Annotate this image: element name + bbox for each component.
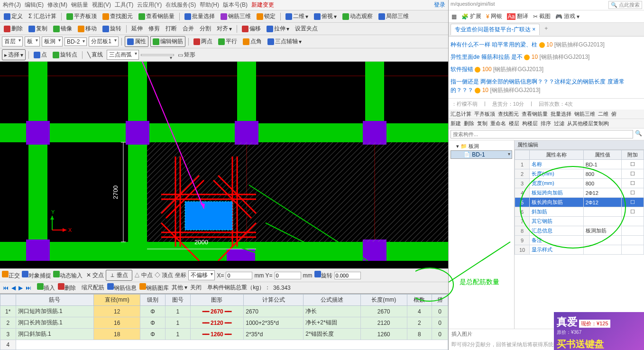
type-select[interactable]: 板洞 bbox=[42, 37, 63, 46]
offset-button[interactable]: 偏移 bbox=[240, 24, 263, 34]
table-header[interactable]: 直径(mm) bbox=[94, 295, 140, 306]
line-tool[interactable]: ╲ 直线 bbox=[85, 50, 105, 60]
delete-row-button[interactable]: 删除 bbox=[58, 283, 76, 292]
menu-item[interactable]: 编辑(E) bbox=[25, 1, 44, 9]
point-tool[interactable]: 点 bbox=[32, 50, 49, 60]
batch-select-button[interactable]: 批量选择 bbox=[183, 11, 217, 21]
mini-button[interactable]: 重命名 bbox=[490, 120, 506, 127]
menu-item[interactable]: 工具(T) bbox=[115, 1, 133, 9]
search-go-icon[interactable]: 🔍 bbox=[635, 130, 642, 138]
mini-button[interactable]: 平齐板顶 bbox=[474, 111, 495, 118]
define-button[interactable]: 定义 bbox=[2, 11, 25, 21]
table-header[interactable]: 根数 bbox=[407, 295, 432, 306]
y-input[interactable] bbox=[275, 272, 301, 279]
table-row[interactable]: 2洞口长跨加强筋.116Φ1━━ 2120 ━━1000+2*35*d净长+2*… bbox=[0, 317, 448, 329]
other-button[interactable]: 其他 ▾ bbox=[172, 284, 187, 292]
table-header[interactable]: 长度(mm) bbox=[360, 295, 407, 306]
point-angle-button[interactable]: 点角 bbox=[241, 37, 264, 46]
menu-item[interactable]: 版本号(B) bbox=[223, 1, 248, 9]
split-button[interactable]: 分割 bbox=[198, 24, 213, 34]
rect-tool[interactable]: ▭ 矩形 bbox=[176, 50, 197, 60]
sum-button[interactable]: Σ 汇总计算 bbox=[27, 11, 58, 21]
table-header[interactable]: 公式描述 bbox=[304, 295, 361, 306]
login-link[interactable]: 登录 bbox=[434, 1, 445, 9]
menu-item[interactable]: 云应用(Y) bbox=[137, 1, 162, 9]
snap-coord[interactable]: 坐标 bbox=[175, 271, 186, 279]
grip-button[interactable]: 设置夹点 bbox=[293, 24, 320, 34]
mini-button[interactable]: 构楼层 bbox=[522, 120, 538, 127]
ortho-toggle[interactable]: 正交 bbox=[2, 271, 20, 280]
move-button[interactable]: 移动 bbox=[76, 24, 99, 34]
menu-item[interactable]: 钢筋量 bbox=[71, 1, 88, 9]
code-select[interactable]: BD-2 bbox=[64, 37, 87, 46]
close-button[interactable]: 关闭 bbox=[190, 284, 202, 292]
menu-item[interactable]: 新建变更 bbox=[251, 1, 274, 9]
snap-perp[interactable]: ⊥ 垂点 bbox=[106, 270, 132, 281]
rotate-point-tool[interactable]: 旋转点 bbox=[51, 50, 79, 60]
table-row[interactable]: 3洞口斜加筋.118Φ1━━ 1260 ━━2*35*d2*锚固长度126080 bbox=[0, 329, 448, 340]
delete-button[interactable]: 删除 bbox=[2, 24, 25, 34]
empty-select[interactable] bbox=[141, 54, 174, 56]
insert-row-button[interactable]: 插入 bbox=[37, 283, 55, 292]
menu-item[interactable]: 帮助(H) bbox=[200, 1, 219, 9]
orbit-button[interactable]: 动态观察 bbox=[340, 11, 375, 21]
snap-vert[interactable]: ◇ 顶点 bbox=[155, 271, 173, 279]
component-search-input[interactable] bbox=[451, 130, 633, 138]
table-header[interactable] bbox=[0, 295, 16, 306]
tree-root[interactable]: ▾ 📁 板洞 bbox=[451, 142, 512, 150]
menu-item[interactable]: 构件(J) bbox=[3, 1, 21, 9]
local-3d-button[interactable]: 局部三维 bbox=[377, 11, 411, 21]
extend-button[interactable]: 延伸 bbox=[129, 24, 145, 34]
mini-button[interactable]: 排序 bbox=[541, 120, 551, 127]
drawing-canvas[interactable]: 2700 2000 YX bbox=[0, 62, 448, 268]
qa-item[interactable]: 种有什么不一样 咱平常用的梁、柱 10 [钢筋抽样GGJ2013] bbox=[450, 38, 643, 51]
x-input[interactable] bbox=[226, 272, 252, 279]
view-top-button[interactable]: 俯视 ▾ bbox=[312, 11, 339, 21]
menu-item[interactable]: 在线服务(S) bbox=[166, 1, 196, 9]
mirror-button[interactable]: 镜像 bbox=[51, 24, 74, 34]
table-header[interactable]: 图形 bbox=[190, 295, 244, 306]
close-tab-icon[interactable]: × bbox=[532, 26, 535, 33]
find-element-button[interactable]: 查找图元 bbox=[101, 11, 135, 21]
mini-button[interactable]: 汇总计算 bbox=[451, 111, 471, 118]
view-2d-button[interactable]: 二维 ▾ bbox=[284, 11, 310, 21]
mini-button[interactable]: 复制 bbox=[477, 120, 488, 127]
mini-button[interactable]: 删除 bbox=[464, 120, 474, 127]
component-select[interactable]: 板 bbox=[25, 37, 40, 46]
table-header[interactable]: 搭 bbox=[432, 295, 448, 306]
qa-item[interactable]: 指一侧还是 两侧全部的钢筋信息啊？？？这样定义的钢筋长度 度通常的？？？ 10 … bbox=[450, 75, 643, 96]
mini-button[interactable]: 查看钢筋量 bbox=[522, 111, 548, 118]
select-tool[interactable]: ▸ 选择 ▾ bbox=[2, 49, 26, 60]
mini-button[interactable]: 二维 bbox=[598, 111, 608, 118]
component-tree[interactable]: ▾ 📁 板洞 📄 BD-1 bbox=[449, 140, 515, 329]
nav-first-icon[interactable]: ⏮ bbox=[3, 285, 9, 291]
parallel-button[interactable]: 平行 bbox=[216, 37, 239, 46]
rebar-lib-button[interactable]: 钢筋图库 bbox=[139, 283, 169, 292]
rotate-input[interactable] bbox=[334, 272, 361, 279]
lock-button[interactable]: 锁定 bbox=[255, 11, 277, 21]
mini-button[interactable]: 新建 bbox=[451, 120, 461, 127]
table-header[interactable]: 图号 bbox=[165, 295, 190, 306]
merge-button[interactable]: 合并 bbox=[181, 24, 196, 34]
rotate-button[interactable]: 旋转 bbox=[101, 24, 123, 34]
offset-mode[interactable]: 不偏移 bbox=[188, 270, 215, 280]
advertisement[interactable]: 真爱 现价：¥125 原价：¥367 买书送键盘 bbox=[554, 312, 644, 350]
table-header[interactable]: 筋号 bbox=[16, 295, 94, 306]
browser-tab[interactable]: 专业造价问题答疑平台-广联达 × bbox=[451, 24, 540, 35]
layer-select[interactable]: 分层板1 bbox=[89, 37, 119, 46]
menu-item[interactable]: 视图(V) bbox=[92, 1, 111, 9]
dynamic-input-toggle[interactable]: 动态输入 bbox=[53, 271, 83, 280]
align-slab-button[interactable]: 平齐板顶 bbox=[64, 11, 99, 21]
break-button[interactable]: 打断 bbox=[164, 24, 179, 34]
bank-button[interactable]: ¥网银 bbox=[486, 12, 502, 20]
mini-button[interactable]: 俯 bbox=[611, 111, 616, 118]
mini-button[interactable]: 从其他楼层复制构 bbox=[567, 120, 609, 127]
snap-mid[interactable]: △ 中点 bbox=[134, 271, 153, 279]
table-header[interactable]: 级别 bbox=[140, 295, 166, 306]
screenshot-button[interactable]: ✂截图 bbox=[533, 12, 551, 20]
game-button[interactable]: 🎮游戏 ▾ bbox=[555, 12, 580, 20]
menu-item[interactable]: 修改(M) bbox=[47, 1, 67, 9]
two-point-button[interactable]: 两点 bbox=[192, 37, 214, 46]
mini-button[interactable]: 批量选择 bbox=[551, 111, 571, 118]
table-row[interactable]: 1*洞口短跨加强筋.112Φ1━━ 2670 ━━2670净长267040 bbox=[0, 306, 448, 317]
